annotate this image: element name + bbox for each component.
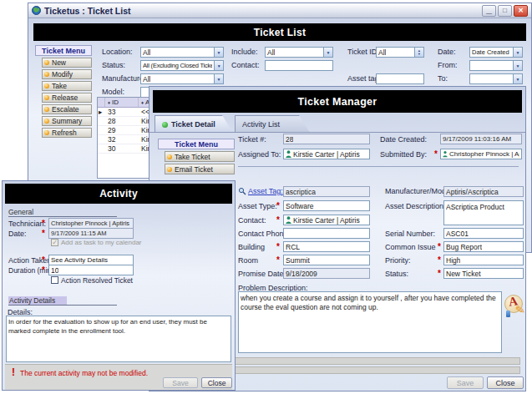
window-title: Ticketus : Ticket List bbox=[44, 6, 130, 16]
assigned-to-label: Assigned To: bbox=[238, 150, 281, 159]
warning-text: The current activity may not be modified… bbox=[20, 369, 148, 377]
bullet-icon bbox=[44, 107, 49, 112]
required-asterisk: * bbox=[42, 265, 45, 275]
ticket-list-header: Ticket List bbox=[33, 23, 526, 41]
spellcheck-icon[interactable]: A ✎ bbox=[504, 293, 525, 318]
required-asterisk: * bbox=[434, 149, 438, 159]
active-tab-dot-icon bbox=[162, 122, 168, 128]
menu-item-refresh[interactable]: Refresh bbox=[42, 128, 92, 138]
bullet-icon bbox=[44, 72, 49, 77]
tab-ticket-detail[interactable]: Ticket Detail bbox=[155, 115, 233, 133]
ticket-id-spinner[interactable]: All▴▾ bbox=[376, 47, 424, 58]
dropdown-arrow-icon[interactable]: ▼ bbox=[513, 74, 522, 83]
tab-divider bbox=[149, 132, 525, 133]
menu-item-modify[interactable]: Modify bbox=[42, 69, 92, 79]
save-button[interactable]: Save bbox=[447, 376, 484, 389]
maximize-icon: □ bbox=[503, 8, 507, 14]
action-taken-label: Action Taken: bbox=[8, 256, 53, 265]
ticket-manager-header: Ticket Manager bbox=[153, 90, 522, 113]
contact-label: Contact: bbox=[238, 216, 266, 225]
manufacturer-select[interactable]: All▼ bbox=[140, 73, 224, 84]
date-created-field[interactable]: 9/17/2009 11:03:16 AM bbox=[440, 134, 522, 144]
details-textarea[interactable]: In order for the evaluation to show up f… bbox=[6, 316, 231, 362]
submitted-by-field[interactable]: Christopher Pinnock | Apti... bbox=[440, 149, 522, 159]
duration-field[interactable]: 10 bbox=[48, 265, 134, 275]
ticket-id-label: Ticket ID: bbox=[347, 48, 379, 56]
sort-icon: ♦ bbox=[141, 100, 144, 105]
id-column-header[interactable]: ♦ID bbox=[105, 98, 139, 107]
room-label: Room bbox=[238, 256, 258, 265]
tab-activity-list[interactable]: Activity List bbox=[235, 115, 310, 133]
problem-description-textarea[interactable]: when you create a course and assign it t… bbox=[238, 291, 502, 353]
asset-tag-link[interactable]: Asset Tag: bbox=[248, 187, 283, 195]
to-select[interactable]: ▼ bbox=[469, 73, 523, 84]
menu-item-release[interactable]: Release bbox=[42, 93, 92, 103]
close-button[interactable]: ✕ bbox=[514, 5, 528, 17]
date-select[interactable]: Date Created▼ bbox=[469, 47, 523, 58]
close-button[interactable]: Close bbox=[201, 377, 232, 388]
close-icon: ✕ bbox=[518, 8, 524, 14]
asset-type-field[interactable]: Software bbox=[283, 200, 370, 211]
priority-field[interactable]: High bbox=[443, 255, 524, 265]
required-asterisk: * bbox=[438, 242, 441, 251]
contact-input[interactable] bbox=[265, 60, 333, 71]
building-field[interactable]: RCL bbox=[283, 241, 370, 252]
ticket-no-field[interactable]: 28 bbox=[283, 134, 370, 144]
status-label: Status: bbox=[102, 61, 125, 69]
technician-label: Technician: bbox=[8, 220, 46, 228]
maximize-button[interactable]: □ bbox=[498, 5, 512, 17]
dropdown-arrow-icon[interactable]: ▼ bbox=[214, 74, 223, 83]
promise-date-field[interactable]: 9/18/2009 bbox=[283, 268, 370, 279]
status-panel: ! The current activity may not be modifi… bbox=[5, 364, 232, 390]
location-select[interactable]: All▼ bbox=[140, 47, 224, 58]
contact-phone-field[interactable] bbox=[283, 228, 370, 239]
resolved-checkbox-label: Action Resolved Ticket bbox=[61, 276, 133, 285]
asset-tag-field[interactable]: ascriptica bbox=[283, 186, 370, 197]
title-bar[interactable]: Ticketus : Ticket List — □ ✕ bbox=[28, 3, 531, 18]
assigned-to-field[interactable]: Kirstie Carter | Aptiris bbox=[283, 149, 370, 159]
location-label: Location: bbox=[102, 48, 133, 56]
person-icon bbox=[286, 216, 291, 224]
asset-description-field[interactable]: AScriptica Product bbox=[443, 200, 524, 225]
dropdown-arrow-icon[interactable]: ▼ bbox=[214, 61, 223, 70]
dropdown-arrow-icon[interactable]: ▼ bbox=[513, 61, 522, 70]
promise-date-label: Promise Date: bbox=[238, 270, 286, 278]
minimize-button[interactable]: — bbox=[482, 5, 496, 17]
manufacturer-model-field[interactable]: Aptiris/Ascriptica bbox=[443, 186, 524, 197]
required-asterisk: * bbox=[438, 255, 441, 265]
activity-window: Activity General Technician: * Christoph… bbox=[2, 180, 236, 391]
bullet-icon bbox=[44, 119, 49, 124]
menu-item-escalate[interactable]: Escalate bbox=[42, 104, 92, 114]
bullet-icon bbox=[44, 95, 49, 100]
asset-tag-input[interactable] bbox=[376, 73, 424, 84]
menu-item-new[interactable]: New bbox=[42, 58, 92, 68]
status-select[interactable]: All (Excluding Closed Tickets)▼ bbox=[140, 60, 224, 71]
calendar-checkbox[interactable]: ✓ bbox=[51, 239, 58, 246]
required-asterisk: * bbox=[276, 255, 280, 265]
dropdown-arrow-icon[interactable]: ▼ bbox=[323, 48, 332, 57]
spinner-icon[interactable]: ▴▾ bbox=[414, 48, 423, 57]
save-button[interactable]: Save bbox=[163, 377, 198, 388]
contact-phone-label: Contact Phone: bbox=[238, 230, 290, 238]
required-asterisk: * bbox=[42, 219, 45, 228]
contact-field[interactable]: Kirstie Carter | Aptiris bbox=[283, 215, 370, 225]
menu-item-summary[interactable]: Summary bbox=[42, 116, 92, 126]
room-field[interactable]: Summit bbox=[283, 255, 370, 265]
menu-item-take-ticket[interactable]: Take Ticket bbox=[165, 151, 235, 162]
dropdown-arrow-icon[interactable]: ▼ bbox=[513, 48, 522, 57]
dropdown-arrow-icon[interactable]: ▼ bbox=[214, 48, 223, 57]
activity-date-field[interactable]: 9/17/2009 11:15 AM bbox=[48, 228, 134, 239]
person-icon bbox=[286, 150, 291, 158]
common-issue-field[interactable]: Bug Report bbox=[443, 241, 524, 252]
serial-number-field[interactable]: ASC01 bbox=[443, 228, 524, 239]
close-button[interactable]: Close bbox=[487, 376, 524, 389]
menu-item-email-ticket[interactable]: Email Ticket bbox=[165, 164, 235, 174]
ticket-menu-panel: Ticket Menu New Modify Take Release Esca… bbox=[35, 45, 92, 138]
include-select[interactable]: All▼ bbox=[265, 47, 333, 58]
from-select[interactable]: ▼ bbox=[469, 60, 523, 71]
menu-item-take[interactable]: Take bbox=[42, 81, 92, 91]
submitted-by-label: Submitted By: bbox=[380, 150, 427, 159]
required-asterisk: * bbox=[276, 215, 280, 225]
status-field[interactable]: New Ticket bbox=[443, 268, 524, 279]
resolved-checkbox[interactable] bbox=[51, 276, 58, 284]
